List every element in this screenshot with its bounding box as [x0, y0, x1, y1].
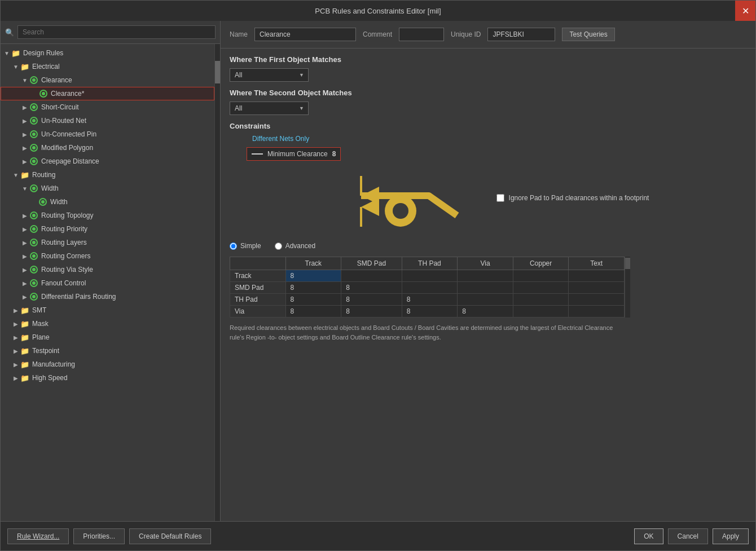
tree-item-routing-layers[interactable]: ▶Routing Layers	[1, 236, 214, 249]
tree-item-electrical[interactable]: ▼📁Electrical	[1, 60, 214, 73]
tree-label-differential-pairs: Differential Pairs Routing	[41, 293, 116, 301]
tree-item-design-rules[interactable]: ▼📁Design Rules	[1, 46, 214, 60]
tree-item-smt[interactable]: ▶📁SMT	[1, 303, 214, 317]
cell-3-3[interactable]: 8	[458, 306, 513, 318]
tree-item-modified-polygon[interactable]: ▶Modified Polygon	[1, 141, 214, 155]
simple-mode-label[interactable]: Simple	[230, 242, 261, 250]
folder-icon: 📁	[20, 61, 30, 72]
priorities-button[interactable]: Priorities...	[73, 528, 125, 544]
search-input[interactable]	[17, 25, 216, 39]
cell-0-0[interactable]: 8	[285, 270, 341, 282]
tree-toggle-plane[interactable]: ▶	[12, 333, 20, 341]
tree-label-routing-corners: Routing Corners	[41, 252, 90, 260]
tree-item-clearance-star[interactable]: Clearance*	[1, 87, 214, 100]
rule-icon	[29, 278, 39, 288]
tree-toggle-mask[interactable]: ▶	[12, 320, 20, 328]
tree-toggle-width-child[interactable]	[30, 198, 38, 206]
tree-toggle-differential-pairs[interactable]: ▶	[21, 293, 29, 301]
tree-item-un-routed-net[interactable]: ▶Un-Routed Net	[1, 114, 214, 127]
cell-3-1[interactable]: 8	[341, 306, 402, 318]
name-input[interactable]	[254, 28, 356, 41]
apply-button[interactable]: Apply	[713, 528, 749, 544]
tree-toggle-testpoint[interactable]: ▶	[12, 347, 20, 355]
col-header-3: TH Pad	[402, 257, 458, 270]
comment-input[interactable]	[399, 28, 444, 41]
scrollbar-track[interactable]	[214, 44, 220, 521]
tree-item-routing[interactable]: ▼📁Routing	[1, 168, 214, 182]
tree-toggle-clearance-parent[interactable]: ▼	[21, 76, 29, 84]
test-queries-button[interactable]: Test Queries	[562, 28, 614, 41]
tree-item-mask[interactable]: ▶📁Mask	[1, 317, 214, 330]
tree-item-creepage-distance[interactable]: ▶Creepage Distance	[1, 155, 214, 168]
cancel-button[interactable]: Cancel	[668, 528, 708, 544]
cell-1-0[interactable]: 8	[285, 282, 341, 294]
left-panel: 🔍 ▼📁Design Rules▼📁Electrical▼ClearanceCl…	[1, 21, 221, 521]
tree-toggle-smt[interactable]: ▶	[12, 306, 20, 314]
create-default-button[interactable]: Create Default Rules	[129, 528, 211, 544]
search-bar: 🔍	[1, 21, 220, 44]
tree-toggle-design-rules[interactable]: ▼	[3, 49, 11, 57]
tree-item-differential-pairs[interactable]: ▶Differential Pairs Routing	[1, 290, 214, 303]
tree-label-mask: Mask	[32, 320, 49, 328]
tree-toggle-high-speed[interactable]: ▶	[12, 374, 20, 382]
tree-toggle-routing-topology[interactable]: ▶	[21, 211, 29, 219]
tree-label-high-speed: High Speed	[32, 374, 68, 382]
tree-item-clearance-parent[interactable]: ▼Clearance	[1, 73, 214, 87]
tree-item-routing-corners[interactable]: ▶Routing Corners	[1, 249, 214, 263]
tree-item-plane[interactable]: ▶📁Plane	[1, 330, 214, 344]
tree-toggle-short-circuit[interactable]: ▶	[21, 103, 29, 111]
tree-item-fanout-control[interactable]: ▶Fanout Control	[1, 276, 214, 290]
tree-toggle-width-parent[interactable]: ▼	[21, 184, 29, 192]
cell-2-4	[513, 294, 569, 306]
cell-3-0[interactable]: 8	[285, 306, 341, 318]
tree-item-width-parent[interactable]: ▼Width	[1, 182, 214, 195]
tree-item-routing-topology[interactable]: ▶Routing Topology	[1, 209, 214, 222]
cell-3-2[interactable]: 8	[402, 306, 458, 318]
rule-wizard-button[interactable]: Rule Wizard...	[7, 528, 69, 544]
advanced-mode-label[interactable]: Advanced	[275, 242, 315, 250]
ignore-pad-checkbox[interactable]	[496, 194, 504, 202]
uid-input[interactable]	[487, 28, 555, 41]
tree-item-high-speed[interactable]: ▶📁High Speed	[1, 371, 214, 385]
tree-toggle-modified-polygon[interactable]: ▶	[21, 144, 29, 152]
tree-toggle-routing-via-style[interactable]: ▶	[21, 266, 29, 274]
ok-button[interactable]: OK	[634, 528, 663, 544]
mode-row: Simple Advanced	[230, 242, 746, 250]
tree-toggle-un-connected-pin[interactable]: ▶	[21, 130, 29, 138]
tree-toggle-routing-priority[interactable]: ▶	[21, 225, 29, 233]
advanced-mode-radio[interactable]	[275, 243, 282, 250]
cell-2-1[interactable]: 8	[341, 294, 402, 306]
cell-1-5	[569, 282, 625, 294]
tree-toggle-clearance-star[interactable]	[30, 90, 38, 98]
tree-toggle-fanout-control[interactable]: ▶	[21, 279, 29, 287]
cell-2-2[interactable]: 8	[402, 294, 458, 306]
tree-label-testpoint: Testpoint	[32, 347, 59, 355]
first-match-select[interactable]: All	[230, 68, 309, 82]
tree-toggle-routing-corners[interactable]: ▶	[21, 252, 29, 260]
tree-item-short-circuit[interactable]: ▶Short-Circuit	[1, 100, 214, 114]
tree-toggle-electrical[interactable]: ▼	[12, 63, 20, 70]
folder-icon: 📁	[20, 346, 30, 356]
tree-item-manufacturing[interactable]: ▶📁Manufacturing	[1, 358, 214, 371]
table-scrollbar-thumb[interactable]	[625, 258, 630, 269]
simple-mode-radio[interactable]	[230, 243, 237, 250]
tree-item-routing-via-style[interactable]: ▶Routing Via Style	[1, 263, 214, 276]
cell-1-1[interactable]: 8	[341, 282, 402, 294]
tree-toggle-routing-layers[interactable]: ▶	[21, 239, 29, 246]
row-label-1: SMD Pad	[230, 282, 286, 294]
close-button[interactable]: ✕	[735, 1, 755, 21]
tree-item-width-child[interactable]: Width	[1, 195, 214, 209]
tree-toggle-routing[interactable]: ▼	[12, 171, 20, 179]
tree-toggle-creepage-distance[interactable]: ▶	[21, 157, 29, 165]
tree-item-un-connected-pin[interactable]: ▶Un-Connected Pin	[1, 127, 214, 141]
tree-item-routing-priority[interactable]: ▶Routing Priority	[1, 222, 214, 236]
tree-item-testpoint[interactable]: ▶📁Testpoint	[1, 344, 214, 358]
row-label-3: Via	[230, 306, 286, 318]
tree-toggle-manufacturing[interactable]: ▶	[12, 360, 20, 368]
tree-toggle-un-routed-net[interactable]: ▶	[21, 117, 29, 125]
cell-2-0[interactable]: 8	[285, 294, 341, 306]
second-match-select[interactable]: All	[230, 102, 309, 115]
table-scrollbar[interactable]	[625, 257, 630, 318]
scrollbar-thumb[interactable]	[215, 61, 220, 83]
svg-point-3	[393, 203, 408, 219]
